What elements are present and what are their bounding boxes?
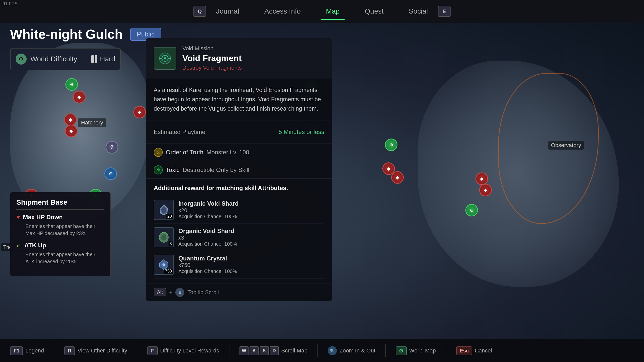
reward-name-1: Organic Void Shard <box>178 228 324 235</box>
zoom-icon: 🔍 <box>328 346 337 355</box>
order-of-truth-icon: ⚔ <box>154 148 163 157</box>
rewards-title: Additional reward for matching skill Att… <box>154 184 324 192</box>
tab-map[interactable]: Map <box>321 5 345 18</box>
tab-access-info[interactable]: Access Info <box>259 5 306 18</box>
separator-5 <box>385 344 386 357</box>
zoom-action: 🔍 Zoom In & Out <box>328 346 375 355</box>
mission-header: Void Mission Void Fragment Destroy Void … <box>146 38 332 78</box>
mission-attributes: ⚔ Order of Truth Monster Lv. 100 <box>146 144 332 161</box>
mission-icon-svg <box>159 52 171 65</box>
attr-order-of-truth: ⚔ Order of Truth Monster Lv. 100 <box>154 148 249 157</box>
difficulty-level: Hard <box>91 55 115 63</box>
atk-icon: ↙ <box>16 242 21 249</box>
a-key: A <box>250 346 259 355</box>
playtime-stat: Estimated Playtime 5 Minutes or less <box>154 125 324 139</box>
reward-badge-1: 3 <box>169 241 173 246</box>
playtime-value: 5 Minutes or less <box>279 128 324 135</box>
reward-info-0: Inorganic Void Shard x20 Acquisition Cha… <box>178 200 324 219</box>
top-navigation: 91 FPS Q Journal Access Info Map Quest S… <box>0 0 644 23</box>
diff-bar-2 <box>95 55 97 63</box>
bottom-bar: F1 Legend R View Other Difficulty F Diff… <box>0 339 644 362</box>
tab-social[interactable]: Social <box>404 5 433 18</box>
observatory-label: Observatory <box>548 141 584 150</box>
tooltip-scroll-hint: Alt + ⊕ Tooltip Scroll <box>146 284 332 301</box>
attr-name-1: Toxic <box>166 166 180 173</box>
effect-header-1: ♥ Max HP Down <box>16 214 104 221</box>
r-key: R <box>64 346 75 355</box>
q-key: Q <box>193 6 206 17</box>
mission-description: As a result of Karel using the Ironheart… <box>146 78 332 120</box>
reward-qty-1: x3 <box>178 235 324 241</box>
mission-stats: Estimated Playtime 5 Minutes or less <box>146 120 332 144</box>
effect-name-1: Max HP Down <box>23 214 63 221</box>
playtime-label: Estimated Playtime <box>154 128 205 135</box>
map-marker-green-1[interactable]: ⊕ <box>65 78 78 91</box>
map-area[interactable]: White-night Gulch Public ⚙ World Difficu… <box>0 23 644 339</box>
attr-name-0: Order of Truth <box>166 149 203 156</box>
separator-3 <box>229 344 229 357</box>
world-difficulty-button[interactable]: ⚙ World Difficulty Hard <box>10 48 121 70</box>
map-marker-blue-1[interactable]: ⊕ <box>104 167 117 180</box>
shipment-title: Shipment Base <box>16 198 104 210</box>
tab-quest[interactable]: Quest <box>360 5 389 18</box>
attr-value-1: Destructible Only by Skill <box>183 166 249 173</box>
effect-header-2: ↙ ATK Up <box>16 242 104 249</box>
mission-category: Void Mission <box>182 45 324 52</box>
reward-qty-2: x750 <box>178 262 324 268</box>
heart-icon: ♥ <box>16 214 20 221</box>
svg-point-10 <box>161 234 166 240</box>
effect-desc-1: Enemies that appear have their Max HP de… <box>16 223 104 237</box>
scroll-map-action: W A S D Scroll Map <box>239 346 307 355</box>
tab-journal[interactable]: Journal <box>211 5 244 18</box>
svg-point-13 <box>163 263 165 266</box>
reward-item-2: 750 Quantum Crystal x750 Acquisition Cha… <box>154 251 324 279</box>
tooltip-effect-1: ♥ Max HP Down Enemies that appear have t… <box>16 214 104 237</box>
difficulty-bars <box>91 55 97 63</box>
g-key: G <box>396 346 407 355</box>
d-key: D <box>270 346 279 355</box>
attr-toxic: ☢ Toxic Destructible Only by Skill <box>154 165 249 174</box>
map-marker-right-green-4[interactable]: ⊕ <box>465 204 478 216</box>
mission-panel: Void Mission Void Fragment Destroy Void … <box>146 38 332 301</box>
location-title: White-night Gulch <box>10 27 123 42</box>
reward-qty-0: x20 <box>178 207 324 214</box>
separator-6 <box>446 344 446 357</box>
f-key: F <box>147 346 157 355</box>
nav-tabs: Journal Access Info Map Quest Social <box>211 5 433 18</box>
map-marker-question-1[interactable]: ? <box>106 141 118 154</box>
mission-name: Void Fragment <box>182 53 324 63</box>
view-other-label: View Other Difficulty <box>77 347 127 354</box>
difficulty-level-text: Hard <box>100 55 115 63</box>
alt-key-badge: Alt <box>154 288 166 296</box>
reward-chance-0: Acquisition Chance: 100% <box>178 214 324 219</box>
difficulty-rewards-action[interactable]: F Difficulty Level Rewards <box>147 346 219 355</box>
reward-info-2: Quantum Crystal x750 Acquisition Chance:… <box>178 255 324 274</box>
reward-item-0: 20 Inorganic Void Shard x20 Acquisition … <box>154 196 324 224</box>
reward-chance-1: Acquisition Chance: 100% <box>178 241 324 247</box>
mission-action: Destroy Void Fragments <box>182 65 324 71</box>
shipment-base-tooltip: Shipment Base ♥ Max HP Down Enemies that… <box>10 192 111 276</box>
separator-2 <box>137 344 137 357</box>
reward-chance-2: Acquisition Chance: 100% <box>178 268 324 274</box>
tooltip-effect-2: ↙ ATK Up Enemies that appear have their … <box>16 242 104 265</box>
effect-name-2: ATK Up <box>24 242 46 249</box>
fps-counter: 91 FPS <box>3 1 18 7</box>
separator-4 <box>317 344 318 357</box>
rewards-section: Additional reward for matching skill Att… <box>146 179 332 284</box>
esc-key: Esc <box>456 346 472 355</box>
scroll-icon: ⊕ <box>175 288 184 297</box>
separator-1 <box>54 344 54 357</box>
scroll-map-label: Scroll Map <box>281 347 307 354</box>
zoom-label: Zoom In & Out <box>339 347 375 354</box>
mission-icon <box>154 47 176 70</box>
reward-name-0: Inorganic Void Shard <box>178 200 324 207</box>
reward-icon-0: 20 <box>154 200 174 220</box>
world-map-action[interactable]: G World Map <box>396 346 436 355</box>
cancel-action[interactable]: Esc Cancel <box>456 346 492 355</box>
view-other-difficulty-action[interactable]: R View Other Difficulty <box>64 346 127 355</box>
e-key: E <box>438 6 451 17</box>
plus-sign: + <box>169 289 172 296</box>
map-marker-right-green-3[interactable]: ⊕ <box>385 139 397 151</box>
reward-item-1: 3 Organic Void Shard x3 Acquisition Chan… <box>154 224 324 251</box>
reward-badge-0: 20 <box>166 214 173 219</box>
